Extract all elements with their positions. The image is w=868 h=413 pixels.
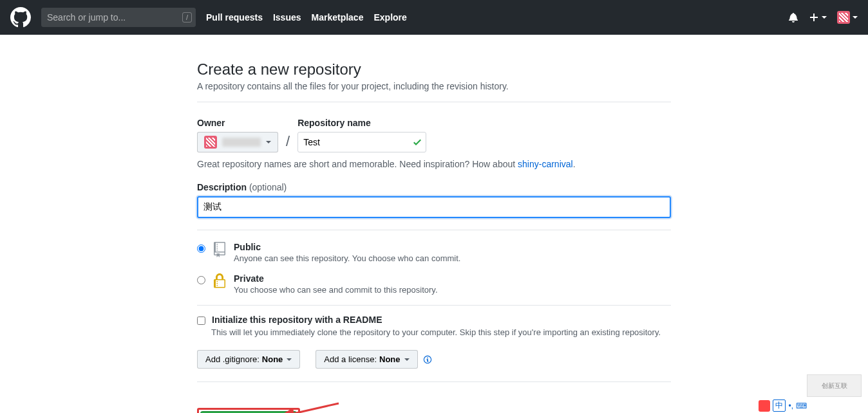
public-title: Public xyxy=(234,242,460,252)
search-wrapper: / xyxy=(41,8,196,27)
private-title: Private xyxy=(234,273,438,284)
private-radio[interactable] xyxy=(197,276,205,284)
description-input[interactable] xyxy=(197,196,671,218)
readme-title: Initialize this repository with a README xyxy=(212,315,382,325)
public-desc: Anyone can see this repository. You choo… xyxy=(234,253,460,263)
svg-line-0 xyxy=(290,403,339,413)
nav-issues[interactable]: Issues xyxy=(273,12,301,23)
repo-name-group: Repository name xyxy=(297,118,426,152)
info-icon[interactable] xyxy=(423,355,432,364)
slash-hint: / xyxy=(182,12,192,23)
user-menu-dropdown[interactable] xyxy=(837,11,858,24)
caret-down-icon xyxy=(822,16,827,19)
visibility-group: Public Anyone can see this repository. Y… xyxy=(197,242,671,295)
page-subtitle: A repository contains all the files for … xyxy=(197,81,671,91)
caret-down-icon xyxy=(853,16,858,19)
lock-icon xyxy=(212,273,227,289)
plus-icon xyxy=(809,12,819,23)
suggestion-link[interactable]: shiny-carnival xyxy=(518,159,573,169)
ime-icon xyxy=(759,400,770,412)
main-container: Create a new repository A repository con… xyxy=(187,60,681,413)
global-header: / Pull requests Issues Marketplace Explo… xyxy=(0,0,868,35)
divider xyxy=(197,381,671,382)
divider xyxy=(197,102,671,102)
divider xyxy=(197,305,671,306)
public-content: Public Anyone can see this repository. Y… xyxy=(234,242,460,263)
owner-group: Owner xyxy=(197,118,278,152)
nav-pull-requests[interactable]: Pull requests xyxy=(206,12,263,23)
public-radio[interactable] xyxy=(197,244,205,253)
owner-repo-row: Owner / Repository name xyxy=(197,118,671,152)
readme-checkbox[interactable] xyxy=(197,317,205,325)
readme-checkbox-row: Initialize this repository with a README xyxy=(197,315,671,325)
private-option: Private You choose who can see and commi… xyxy=(197,273,671,295)
owner-avatar-icon xyxy=(204,136,217,149)
public-option: Public Anyone can see this repository. Y… xyxy=(197,242,671,263)
repo-name-input[interactable] xyxy=(297,132,426,152)
inspiration-text: Great repository names are short and mem… xyxy=(197,159,671,169)
nav-explore[interactable]: Explore xyxy=(373,12,406,23)
readme-desc: This will let you immediately clone the … xyxy=(211,327,671,337)
arrow-annotation-icon xyxy=(284,400,342,413)
github-logo-icon[interactable] xyxy=(10,7,31,28)
repo-name-wrapper xyxy=(297,132,426,152)
slash-separator: / xyxy=(286,133,290,152)
owner-select[interactable] xyxy=(197,132,278,152)
owner-name-redacted xyxy=(222,138,261,147)
caret-down-icon xyxy=(404,358,410,361)
owner-label: Owner xyxy=(197,118,278,128)
watermark-logo: 创新互联 xyxy=(807,374,862,397)
nav-marketplace[interactable]: Marketplace xyxy=(312,12,364,23)
dropdown-row: Add .gitignore: None Add a license: None xyxy=(197,350,671,369)
page-title: Create a new repository xyxy=(197,60,671,78)
ime-toolbar: 中 •, ⌨ xyxy=(759,399,807,412)
private-desc: You choose who can see and commit to thi… xyxy=(234,285,438,295)
divider xyxy=(197,230,671,230)
notifications-icon[interactable] xyxy=(788,12,798,23)
search-input[interactable] xyxy=(41,8,196,27)
gitignore-dropdown[interactable]: Add .gitignore: None xyxy=(197,350,300,369)
description-group: Description (optional) xyxy=(197,182,671,218)
caret-down-icon xyxy=(287,358,292,361)
caret-down-icon xyxy=(266,141,271,143)
create-new-dropdown[interactable] xyxy=(809,12,827,23)
description-label: Description (optional) xyxy=(197,182,671,192)
avatar-icon xyxy=(837,11,850,24)
repo-icon xyxy=(212,242,227,257)
check-icon xyxy=(413,137,421,147)
license-dropdown[interactable]: Add a license: None xyxy=(316,350,417,369)
header-right xyxy=(788,11,858,24)
repo-name-label: Repository name xyxy=(297,118,426,128)
private-content: Private You choose who can see and commi… xyxy=(234,273,438,295)
nav-links: Pull requests Issues Marketplace Explore xyxy=(206,12,407,23)
